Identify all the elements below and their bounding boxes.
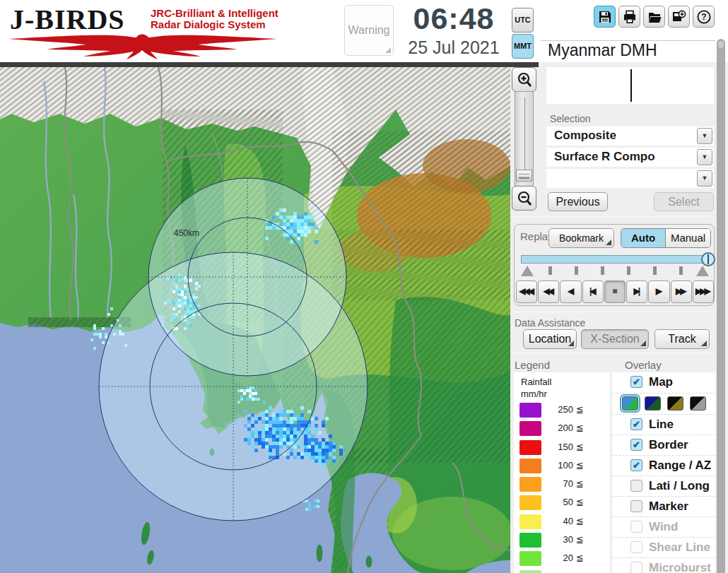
- overlay-label-text: Line: [649, 418, 674, 432]
- track-button[interactable]: Track: [654, 329, 710, 349]
- overlay-row-border: ✔Border: [612, 435, 715, 455]
- fast-forward-button[interactable]: ▶▶: [671, 280, 692, 303]
- dropdown-product[interactable]: Surface R Compo ▼: [546, 148, 714, 167]
- legend-panel: Rainfall mm/hr 250≦200≦150≦100≦70≦50≦40≦…: [514, 372, 610, 573]
- zoom-slider-line: [524, 98, 525, 174]
- text-cursor: [630, 69, 632, 102]
- map-style-swatch[interactable]: [645, 396, 661, 410]
- logo-subtitle-line2: Radar Dialogic System: [151, 19, 278, 30]
- save-button[interactable]: [594, 6, 616, 28]
- legend-value: 150: [545, 442, 573, 452]
- timeline-start-marker[interactable]: [521, 266, 534, 276]
- checkbox-checked-icon[interactable]: ✔: [630, 376, 642, 388]
- legend-value: 40: [545, 516, 573, 526]
- checkbox-checked-icon[interactable]: ✔: [630, 439, 642, 451]
- location-button[interactable]: Location: [523, 329, 577, 349]
- open-file-button[interactable]: [643, 6, 665, 28]
- overlay-row-range-az: ✔Range / AZ: [612, 455, 715, 475]
- timeline-tick: [653, 266, 657, 275]
- legend-le-symbol: ≦: [576, 553, 584, 563]
- checkbox-checked-icon[interactable]: ✔: [630, 418, 642, 430]
- overlay-panel: ✔Map✔Line✔Border✔Range / AZLati / LongMa…: [612, 372, 715, 573]
- legend-color-swatch: [519, 477, 541, 492]
- warning-button[interactable]: Warning: [344, 5, 394, 56]
- timeline-tick: [601, 266, 604, 275]
- overlay-row-marker: Marker: [612, 496, 715, 516]
- chevron-down-icon[interactable]: ▼: [697, 149, 712, 165]
- zoom-out-icon: [516, 190, 533, 207]
- checkbox-icon: [630, 541, 642, 553]
- add-image-icon: [671, 9, 686, 24]
- timezone-mmt-button[interactable]: MMT: [512, 34, 534, 59]
- map-zoom-control: [511, 67, 537, 212]
- jump-first-button[interactable]: ◀◀◀: [516, 280, 537, 303]
- overlay-label-text: Shear Line: [649, 540, 710, 555]
- legend-row: 150≦: [514, 439, 610, 457]
- legend-color-swatch: [519, 570, 541, 573]
- timeline-slider-handle[interactable]: [701, 252, 715, 266]
- panel-scrollbar[interactable]: [717, 39, 725, 573]
- map-style-row: [612, 393, 715, 414]
- legend-color-swatch: [519, 495, 541, 510]
- open-folder-icon: [647, 10, 662, 24]
- header-bottom-strip: [0, 62, 539, 67]
- add-image-button[interactable]: [668, 6, 690, 28]
- legend-le-symbol: ≦: [576, 442, 584, 452]
- zoom-slider-track[interactable]: [515, 91, 534, 187]
- legend-le-symbol: ≦: [576, 404, 584, 415]
- play-forward-button[interactable]: ▶: [648, 280, 669, 303]
- panel-separator: [514, 312, 715, 312]
- dropdown-composite[interactable]: Composite ▼: [546, 126, 714, 146]
- timeline-tick: [548, 266, 552, 275]
- overlay-label-text: Range / AZ: [649, 459, 711, 473]
- fast-rewind-button[interactable]: ◀◀: [538, 280, 559, 303]
- help-icon: ?: [696, 9, 712, 25]
- checkbox-checked-icon[interactable]: ✔: [630, 459, 642, 471]
- range-ring-label: 450km: [174, 228, 199, 238]
- legend-value: 200: [545, 423, 573, 433]
- legend-color-swatch: [519, 514, 541, 529]
- map-style-swatch[interactable]: [690, 396, 706, 410]
- station-name-box[interactable]: [546, 67, 714, 104]
- zoom-slider-thumb[interactable]: [516, 170, 532, 182]
- auto-mode-button[interactable]: Auto: [621, 229, 666, 247]
- replay-timeline-slider[interactable]: [521, 255, 709, 264]
- legend-scale: 250≦200≦150≦100≦70≦50≦40≦30≦20≦15≦10≦8≦6…: [514, 401, 610, 573]
- zoom-out-button[interactable]: [512, 186, 536, 211]
- legend-row: 70≦: [514, 475, 610, 494]
- legend-le-symbol: ≦: [576, 497, 584, 507]
- overlay-row-wind: Wind: [612, 516, 715, 537]
- dropdown-empty[interactable]: ▼: [546, 169, 714, 188]
- map-style-swatch[interactable]: [667, 396, 683, 410]
- checkbox-icon[interactable]: [630, 500, 642, 512]
- legend-le-symbol: ≦: [576, 516, 584, 526]
- timeline-end-marker[interactable]: [696, 266, 709, 276]
- dropdown-product-value: Surface R Compo: [554, 150, 655, 164]
- chevron-down-icon[interactable]: ▼: [697, 128, 712, 144]
- xsection-button[interactable]: X-Section: [581, 329, 649, 349]
- checkbox-icon: [630, 521, 642, 533]
- legend-color-swatch: [519, 403, 541, 418]
- play-backward-button[interactable]: ◀: [560, 280, 581, 303]
- bookmark-button[interactable]: Bookmark: [548, 228, 614, 248]
- panel-separator: [514, 216, 715, 217]
- legend-row: 200≦: [514, 420, 610, 438]
- selection-section-label: Selection: [550, 113, 591, 124]
- map-style-swatch-selected[interactable]: [622, 396, 638, 410]
- manual-mode-button[interactable]: Manual: [666, 229, 710, 247]
- zoom-in-button[interactable]: [512, 67, 536, 92]
- print-button[interactable]: [618, 6, 640, 28]
- previous-button[interactable]: Previous: [548, 192, 608, 211]
- legend-row: 50≦: [514, 494, 610, 512]
- jump-last-button[interactable]: ▶▶▶: [693, 280, 714, 303]
- radar-map-viewport[interactable]: 450km: [0, 67, 510, 573]
- legend-le-symbol: ≦: [576, 534, 584, 545]
- checkbox-icon[interactable]: [630, 480, 642, 492]
- step-backward-button[interactable]: |◀: [582, 280, 604, 303]
- legend-value: 250: [545, 404, 573, 415]
- chevron-down-icon[interactable]: ▼: [697, 170, 712, 187]
- timezone-utc-button[interactable]: UTC: [512, 8, 534, 33]
- step-forward-button[interactable]: ▶|: [626, 280, 647, 303]
- help-button[interactable]: ?: [693, 6, 715, 28]
- stop-button[interactable]: ■: [604, 280, 626, 303]
